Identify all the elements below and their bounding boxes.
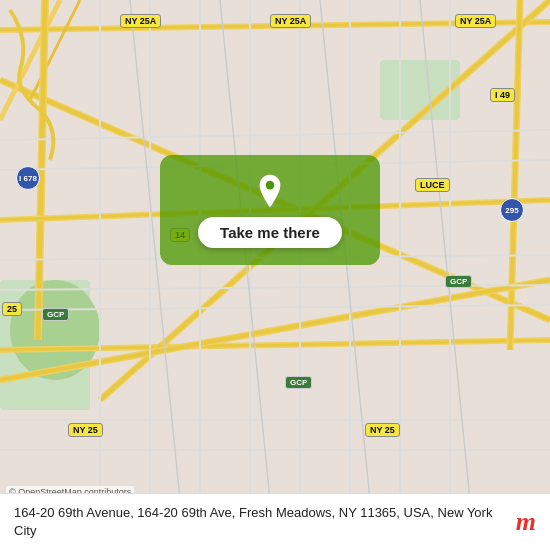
road-badge-ny25a-2: NY 25A <box>270 14 311 28</box>
svg-line-21 <box>0 130 550 140</box>
map-container: NY 25A NY 25A NY 25A I 678 14 295 I 49 G… <box>0 0 550 550</box>
info-bar: 164-20 69th Avenue, 164-20 69th Ave, Fre… <box>0 493 550 550</box>
road-badge-gcp-right: GCP <box>445 275 472 288</box>
take-me-there-highlight[interactable]: Take me there <box>160 155 380 265</box>
road-badge-gcp-center: GCP <box>285 376 312 389</box>
take-me-there-button[interactable]: Take me there <box>198 217 342 248</box>
road-badge-luce: LUCE <box>415 178 450 192</box>
svg-point-40 <box>266 180 275 189</box>
road-badge-i678: I 678 <box>16 166 40 190</box>
road-badge-ny25-bl: NY 25 <box>68 423 103 437</box>
road-badge-gcp-left: GCP <box>42 308 69 321</box>
location-pin-icon <box>251 173 289 211</box>
road-badge-ny25a-3: NY 25A <box>455 14 496 28</box>
road-badge-i295: 295 <box>500 198 524 222</box>
road-badge-ny25a-1: NY 25A <box>120 14 161 28</box>
moovit-logo: m <box>516 507 536 537</box>
road-badge-ny25-br: NY 25 <box>365 423 400 437</box>
road-badge-i49: I 49 <box>490 88 515 102</box>
address-text: 164-20 69th Avenue, 164-20 69th Ave, Fre… <box>14 504 504 540</box>
road-badge-25-left: 25 <box>2 302 22 316</box>
moovit-icon: m <box>516 507 536 537</box>
